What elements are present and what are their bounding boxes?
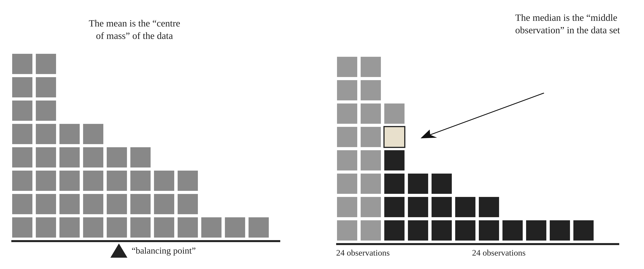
cell: [224, 216, 246, 238]
cell: [82, 170, 104, 192]
cell: [11, 53, 33, 75]
cell: [106, 216, 128, 238]
cell: [177, 193, 199, 215]
cell: [58, 146, 80, 168]
cell: [106, 146, 128, 168]
baseline-left: [11, 240, 280, 242]
cell: [82, 193, 104, 215]
cell: [35, 76, 57, 98]
cell-light: [336, 173, 358, 195]
bar-col-1: [11, 53, 33, 238]
cell: [153, 193, 175, 215]
bar-col-10: [224, 216, 246, 238]
cell: [35, 193, 57, 215]
cell: [177, 170, 199, 192]
cell: [58, 216, 80, 238]
cell-light: [336, 103, 358, 124]
cell-light: [336, 149, 358, 171]
cell: [130, 216, 152, 238]
cell: [35, 53, 57, 75]
cell-dark: [549, 220, 571, 242]
right-bar-col-2: [360, 56, 382, 242]
cell-dark: [407, 196, 429, 218]
cell-light: [336, 79, 358, 101]
cell-dark: [384, 173, 405, 195]
observations-right-label: 24 observations: [472, 248, 526, 258]
cell: [153, 216, 175, 238]
bar-col-4: [82, 123, 104, 238]
cell: [130, 193, 152, 215]
median-annotation: The median is the “middle observation” i…: [515, 11, 621, 36]
cell-light: [336, 196, 358, 218]
cell: [11, 123, 33, 145]
right-bar-col-11: [572, 220, 594, 242]
cell: [11, 193, 33, 215]
cell: [35, 170, 57, 192]
cell-dark: [431, 196, 453, 218]
cell-light: [384, 103, 405, 124]
bar-col-2: [35, 53, 57, 238]
bar-col-11: [248, 216, 270, 238]
main-container: The mean is the “centre of mass” of the …: [0, 0, 644, 269]
cell-light: [360, 79, 382, 101]
cell-light: [360, 149, 382, 171]
histogram-right: [336, 56, 644, 242]
cell: [82, 146, 104, 168]
cell-dark: [478, 196, 500, 218]
balance-label: “balancing point”: [132, 245, 196, 256]
bar-col-3: [58, 123, 80, 238]
mean-annotation: The mean is the “centre of mass” of the …: [85, 17, 184, 42]
cell: [106, 193, 128, 215]
cell-dark: [525, 220, 547, 242]
cell: [82, 216, 104, 238]
cell: [130, 146, 152, 168]
cell-dark: [454, 196, 476, 218]
right-bar-col-1: [336, 56, 358, 242]
right-bar-col-6: [454, 196, 476, 242]
right-bar-col-9: [525, 220, 547, 242]
left-panel: The mean is the “centre of mass” of the …: [0, 0, 322, 258]
cell: [106, 170, 128, 192]
bar-col-9: [200, 216, 222, 238]
cell-dark: [478, 220, 500, 242]
histogram-left: [11, 53, 322, 238]
cell: [200, 216, 222, 238]
cell-dark: [407, 220, 429, 242]
cell: [35, 216, 57, 238]
cell-dark: [431, 220, 453, 242]
cell: [177, 216, 199, 238]
observations-left-label: 24 observations: [336, 248, 416, 258]
cell: [130, 170, 152, 192]
bar-col-6: [130, 146, 152, 238]
cell: [153, 170, 175, 192]
right-panel: The median is the “middle observation” i…: [322, 0, 644, 258]
cell-light: [360, 126, 382, 148]
bar-col-7: [153, 170, 175, 238]
cell: [35, 100, 57, 122]
observations-row: 24 observations 24 observations: [336, 248, 644, 258]
cell-dark: [384, 149, 405, 171]
bar-col-8: [177, 170, 199, 238]
cell: [35, 146, 57, 168]
cell-dark: [502, 220, 524, 242]
cell-light: [360, 173, 382, 195]
triangle-icon: [110, 244, 128, 258]
balance-area: “balancing point”: [11, 244, 322, 258]
cell: [58, 193, 80, 215]
cell: [82, 123, 104, 145]
cell: [11, 76, 33, 98]
cell-light: [336, 220, 358, 242]
cell-light: [336, 56, 358, 78]
cell: [11, 146, 33, 168]
cell: [248, 216, 270, 238]
right-bar-col-3-mixed: [384, 103, 405, 242]
cell: [11, 100, 33, 122]
cell-dark: [384, 196, 405, 218]
cell: [11, 170, 33, 192]
baseline-right: [336, 243, 619, 245]
median-cell: [384, 126, 405, 148]
right-bar-col-10: [549, 220, 571, 242]
cell-dark: [384, 220, 405, 242]
right-bar-col-4: [407, 173, 429, 242]
right-bar-col-5: [431, 173, 453, 242]
